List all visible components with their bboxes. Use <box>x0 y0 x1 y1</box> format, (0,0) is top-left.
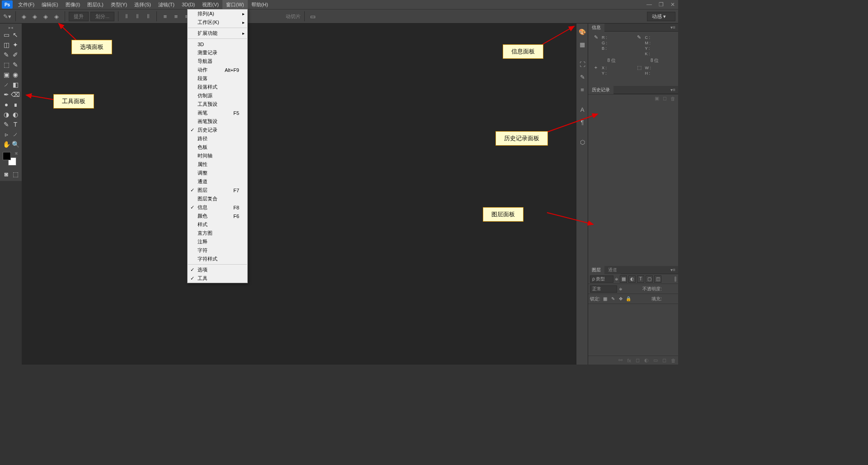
history-snapshot-icon[interactable]: ▣ <box>655 95 659 101</box>
tool-button[interactable]: ▭ <box>2 30 11 40</box>
tool-button[interactable]: 🔍 <box>11 139 20 149</box>
lock-all-icon[interactable]: 🔒 <box>625 296 632 302</box>
divide-button[interactable]: 划分... <box>90 12 114 21</box>
dropdown-item[interactable]: 画笔预设 <box>188 117 247 126</box>
dropdown-item[interactable]: 颜色F6 <box>188 212 247 220</box>
opt-icon-2[interactable]: ◈ <box>30 12 39 21</box>
dropdown-item[interactable]: 排列(A) <box>188 9 247 18</box>
dropdown-item[interactable]: 色板 <box>188 143 247 152</box>
layer-fx-icon[interactable]: fx <box>627 358 631 363</box>
tool-button[interactable]: ◫ <box>2 40 11 50</box>
dropdown-item[interactable]: 注释 <box>188 237 247 246</box>
tool-button[interactable]: ∎ <box>11 100 20 109</box>
dock-icon[interactable]: 🎨 <box>576 25 588 38</box>
close-button[interactable]: ✕ <box>667 0 678 9</box>
dropdown-item[interactable]: 图层F7 <box>188 186 247 195</box>
tool-button[interactable]: ◧ <box>11 80 20 90</box>
menu-item[interactable]: 选择(S) <box>131 0 155 9</box>
align-icon-2[interactable]: ⫴ <box>133 12 142 21</box>
menu-item[interactable]: 3D(D) <box>178 0 198 9</box>
foreground-color-swatch[interactable] <box>3 152 11 160</box>
menu-item[interactable]: 帮助(H) <box>248 0 272 9</box>
dropdown-item[interactable]: 段落 <box>188 74 247 83</box>
history-panel-menu[interactable]: ▾≡ <box>668 87 678 92</box>
history-new-icon[interactable]: ◻ <box>663 95 667 101</box>
dropdown-item[interactable]: 时间轴 <box>188 152 247 160</box>
align-icon-1[interactable]: ⫴ <box>122 12 131 21</box>
dropdown-item[interactable]: 3D <box>188 40 247 48</box>
menu-item[interactable]: 图层(L) <box>84 0 107 9</box>
layer-link-icon[interactable]: ⚯ <box>618 357 623 363</box>
dropdown-item[interactable]: 图层复合 <box>188 195 247 203</box>
tool-preset-icon[interactable]: ✎▾ <box>3 12 12 21</box>
tool-button[interactable]: ◉ <box>11 70 20 80</box>
opt-icon-1[interactable]: ◈ <box>19 12 28 21</box>
menu-item[interactable]: 图像(I) <box>62 0 84 9</box>
tool-button[interactable]: ✎ <box>2 119 11 129</box>
dropdown-item[interactable]: 样式 <box>188 220 247 229</box>
filter-shape-icon[interactable]: ▢ <box>646 275 653 283</box>
tool-button[interactable]: ⌫ <box>11 90 20 100</box>
dropdown-item[interactable]: 选项 <box>188 266 247 274</box>
lock-position-icon[interactable]: ✥ <box>618 296 624 302</box>
lock-paint-icon[interactable]: ✎ <box>610 296 616 302</box>
dropdown-item[interactable]: 字符 <box>188 246 247 255</box>
dropdown-item[interactable]: 动作Alt+F9 <box>188 66 247 74</box>
dropdown-item[interactable]: 调整 <box>188 169 247 177</box>
tool-button[interactable]: ◑ <box>2 109 11 119</box>
layer-trash-icon[interactable]: 🗑 <box>671 358 676 363</box>
color-swatches[interactable]: ⤭ <box>2 151 20 167</box>
menu-item[interactable]: 滤镜(T) <box>155 0 178 9</box>
menu-item[interactable]: 文件(F) <box>14 0 38 9</box>
layers-tab[interactable]: 图层 <box>588 266 604 274</box>
dropdown-item[interactable]: 工作区(K) <box>188 18 247 27</box>
menu-item[interactable]: 窗口(W) <box>222 0 248 9</box>
layer-group-icon[interactable]: ▭ <box>653 357 658 363</box>
tool-button[interactable]: ◐ <box>11 109 20 119</box>
layer-adjust-icon[interactable]: ◐ <box>644 357 649 363</box>
dropdown-item[interactable]: 历史记录 <box>188 126 247 134</box>
swap-colors-icon[interactable]: ⤭ <box>14 151 19 156</box>
tool-button[interactable]: ✦ <box>11 40 20 50</box>
opt-icon-4[interactable]: ◈ <box>52 12 61 21</box>
tool-button[interactable]: ✐ <box>11 50 20 60</box>
dropdown-item[interactable]: 信息F8 <box>188 203 247 212</box>
lock-pixels-icon[interactable]: ▦ <box>602 296 609 302</box>
layer-mask-icon[interactable]: ◻ <box>636 357 640 363</box>
menu-item[interactable]: 类型(Y) <box>107 0 131 9</box>
menu-item[interactable]: 视图(V) <box>198 0 222 9</box>
tool-button[interactable]: ✎ <box>11 60 20 70</box>
dock-icon[interactable]: ⬡ <box>576 136 588 148</box>
dropdown-item[interactable]: 导航器 <box>188 57 247 66</box>
folder-icon[interactable]: ▭ <box>308 12 317 21</box>
align-icon-5[interactable]: ≡ <box>171 12 180 21</box>
dropdown-item[interactable]: 仿制源 <box>188 91 247 100</box>
dropdown-item[interactable]: 段落样式 <box>188 83 247 91</box>
dock-icon[interactable]: ≡ <box>576 83 588 96</box>
opt-icon-3[interactable]: ◈ <box>41 12 50 21</box>
workspace-dropdown[interactable]: 动感 ▾ <box>647 12 675 21</box>
history-tab[interactable]: 历史记录 <box>588 86 613 94</box>
tool-button[interactable]: ✋ <box>2 139 11 149</box>
dock-icon[interactable]: ✎ <box>576 71 588 83</box>
tool-button[interactable]: ⟋ <box>11 129 20 139</box>
align-icon-4[interactable]: ≡ <box>160 12 170 21</box>
dropdown-item[interactable]: 路径 <box>188 134 247 143</box>
filter-adjust-icon[interactable]: ◐ <box>628 275 636 283</box>
channels-tab[interactable]: 通道 <box>604 266 621 274</box>
layers-panel-menu[interactable]: ▾≡ <box>668 267 678 272</box>
tool-button[interactable]: ✎ <box>2 50 11 60</box>
dock-icon[interactable]: ⛶ <box>576 58 588 71</box>
tool-button[interactable]: ▹ <box>2 129 11 139</box>
dropdown-item[interactable]: 测量记录 <box>188 48 247 57</box>
dropdown-item[interactable]: 通道 <box>188 177 247 186</box>
tool-button[interactable]: ⬚ <box>2 60 11 70</box>
filter-smart-icon[interactable]: ◫ <box>654 275 661 283</box>
history-trash-icon[interactable]: 🗑 <box>670 96 675 101</box>
menu-item[interactable]: 编辑(E) <box>38 0 62 9</box>
tool-button[interactable]: ● <box>2 100 11 109</box>
filter-pixel-icon[interactable]: ▦ <box>620 275 627 283</box>
tool-button[interactable]: ↖ <box>11 30 20 40</box>
screenmode-icon[interactable]: ⬚ <box>11 169 20 179</box>
info-tab[interactable]: 信息 <box>588 24 604 32</box>
